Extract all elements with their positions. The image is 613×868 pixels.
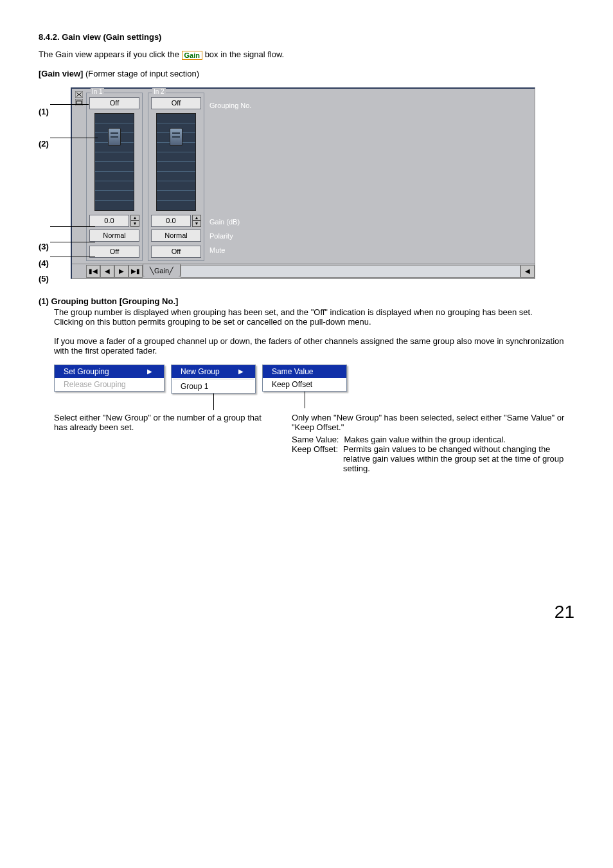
label-grouping: Grouping No. [209,96,251,114]
menu-set-grouping[interactable]: Set Grouping ▶ [55,365,164,378]
submenu-arrow-icon: ▶ [147,368,152,375]
anchor-line-1 [50,104,89,105]
label-polarity: Polarity [209,229,251,243]
menu-same-value[interactable]: Same Value [263,365,346,378]
callout-2: (2) [39,125,71,242]
menu-set-grouping-label: Set Grouping [64,367,109,376]
menu-release-grouping-label: Release Grouping [64,380,126,389]
scroll-left-button[interactable]: ◀ [520,265,535,278]
polarity-button-in2[interactable]: Normal [151,230,201,242]
anchor-line-5 [50,257,95,257]
channel-in2: In 2 Off 0.0 ▲▼ Normal Off [148,89,204,261]
context-menus: Set Grouping ▶ Release Grouping New Grou… [54,365,574,410]
gain-value-in2[interactable]: 0.0 [151,215,191,227]
gain-value-in1[interactable]: 0.0 [89,215,129,227]
close-icon[interactable] [75,91,83,98]
menu-group-1-label: Group 1 [181,382,208,391]
menu-new-group[interactable]: New Group ▶ [172,365,255,378]
keep-offset-def: Permits gain values to be changed withou… [343,444,574,473]
menu-keep-offset[interactable]: Keep Offset [263,378,346,391]
menu-1: Set Grouping ▶ Release Grouping [54,365,164,392]
row-labels: Grouping No. Gain (dB) Polarity Mute [209,89,251,257]
menu-3: Same Value Keep Offset [262,365,347,392]
item-1-p1: The group number is displayed when group… [39,307,574,317]
note-right-intro: Only when "New Group" has been selected,… [292,413,564,432]
note-right: Only when "New Group" has been selected,… [292,413,574,473]
menu-release-grouping: Release Grouping [55,378,164,391]
item-1-title: (1) Grouping button [Grouping No.] [39,296,574,306]
dock-handle[interactable] [72,89,86,105]
item-1-p2: Clicking on this button permits grouping… [39,317,574,327]
grouping-button-in1[interactable]: Off [89,97,139,109]
anchor-line-3 [50,226,95,227]
menu-new-group-label: New Group [181,367,220,376]
nav-prev-button[interactable]: ◀ [100,265,114,278]
fader-knob-in1[interactable] [108,128,121,146]
menu-divider [173,379,254,379]
gain-view-label: [Gain view] (Former stage of input secti… [39,69,574,78]
tab-scroll-area [181,265,520,278]
tab-gain-label: Gain [154,267,169,275]
callout-1: (1) [39,107,71,125]
nav-last-button[interactable]: ▶▮ [129,265,143,278]
gain-view-bold: [Gain view] [39,69,83,78]
anchor-line-2 [50,138,98,138]
ch1-legend: In 1 [91,88,104,95]
menu-2: New Group ▶ Group 1 [171,365,256,393]
nav-next-button[interactable]: ▶ [114,265,129,278]
mute-button-in2[interactable]: Off [151,246,201,258]
keep-offset-term: Keep Offset: [292,444,338,473]
callout-5: (5) [39,274,71,284]
tab-gain[interactable]: ╲ Gain ╱ [143,264,181,277]
anchor-line-4 [50,242,95,242]
grouping-button-in2[interactable]: Off [151,97,201,109]
section-heading: 8.4.2. Gain view (Gain settings) [39,32,574,42]
intro-text-before: The Gain view appears if you click the [39,50,182,59]
mute-button-in1[interactable]: Off [89,246,139,258]
gain-spinner-in1[interactable]: ▲▼ [130,215,139,227]
gain-spinner-in2[interactable]: ▲▼ [192,215,201,227]
label-gain: Gain (dB) [209,215,251,229]
connector-line-center [213,393,214,410]
connector-line-right [305,392,305,408]
callout-numbers: (1) (2) (3) (4) (5) [39,87,71,284]
menu-group-1[interactable]: Group 1 [172,380,255,393]
same-value-def: Makes gain value within the group identi… [344,435,505,444]
channel-in1: In 1 Off 0.0 ▲▼ Normal Off [86,89,143,261]
menu-keep-offset-label: Keep Offset [272,380,312,389]
gain-view-window: In 1 Off 0.0 ▲▼ Normal Off [71,87,535,279]
fader-in2[interactable] [156,113,196,211]
fader-in1[interactable] [94,113,134,211]
nav-first-button[interactable]: ▮◀ [86,265,100,278]
ch2-legend: In 2 [152,88,166,95]
intro-paragraph: The Gain view appears if you click the G… [39,50,574,60]
gain-box-label: Gain [182,51,202,60]
intro-text-after: box in the signal flow. [205,50,285,59]
fader-knob-in2[interactable] [170,128,182,146]
page-number: 21 [39,602,574,622]
callout-4: (4) [39,258,71,274]
submenu-arrow-icon-2: ▶ [238,368,244,375]
same-value-term: Same Value: [292,435,339,444]
menu-same-value-label: Same Value [272,367,313,376]
note-left: Select either "New Group" or the number … [54,413,272,473]
polarity-button-in1[interactable]: Normal [89,230,139,242]
gain-view-note: (Former stage of input section) [83,69,199,78]
tabs-row: ▮◀ ◀ ▶ ▶▮ ╲ Gain ╱ ◀ [72,264,535,278]
item-1-p3: If you move a fader of a grouped channel… [39,336,574,356]
label-mute: Mute [209,243,251,257]
item-1: (1) Grouping button [Grouping No.] The g… [39,296,574,356]
